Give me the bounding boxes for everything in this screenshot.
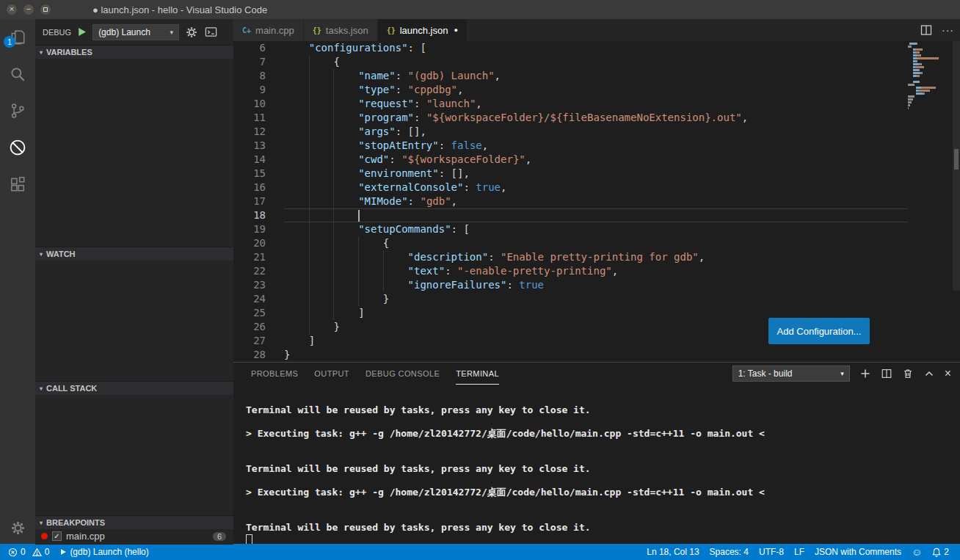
text-cursor xyxy=(358,210,360,222)
breakpoint-row[interactable]: ✓ main.cpp 6 xyxy=(35,529,233,542)
watch-section-header[interactable]: ▾ WATCH xyxy=(35,247,233,261)
code-line[interactable]: 18 xyxy=(233,208,960,222)
code-line[interactable]: 11 "program": "${workspaceFolder}/${file… xyxy=(233,111,960,125)
code-line[interactable]: 23 "ignoreFailures": true xyxy=(233,278,960,292)
start-debug-button[interactable] xyxy=(77,27,87,37)
variables-section-header[interactable]: ▾ VARIABLES xyxy=(35,46,233,59)
terminal-line xyxy=(246,451,960,463)
panel-header: PROBLEMSOUTPUTDEBUG CONSOLETERMINAL 1: T… xyxy=(233,363,960,385)
split-terminal-button[interactable] xyxy=(881,368,892,379)
notifications-bell[interactable]: 2 xyxy=(927,547,954,557)
status-bar: 0 0 (gdb) Launch (hello) Ln 18, Col 13 S… xyxy=(0,544,960,560)
editor-scrollbar[interactable] xyxy=(953,41,960,362)
panel-tab-output[interactable]: OUTPUT xyxy=(314,363,349,385)
line-number: 6 xyxy=(233,41,266,55)
code-line[interactable]: 19 "setupCommands": [ xyxy=(233,222,960,236)
json-file-icon: {} xyxy=(313,26,321,34)
kill-terminal-button[interactable] xyxy=(902,368,914,379)
code-line[interactable]: 20 { xyxy=(233,236,960,250)
terminal-line xyxy=(246,475,960,487)
terminal-content[interactable]: Terminal will be reused by tasks, press … xyxy=(233,385,960,544)
activity-source-control[interactable] xyxy=(0,92,35,129)
line-number: 21 xyxy=(233,250,266,264)
code-line[interactable]: 14 "cwd": "${workspaceFolder}", xyxy=(233,153,960,167)
terminal-line: Terminal will be reused by tasks, press … xyxy=(246,463,960,475)
settings-button[interactable] xyxy=(0,512,35,544)
tab-launch.json[interactable]: {}launch.json● xyxy=(378,19,468,41)
minimap[interactable] xyxy=(908,43,952,110)
activity-search[interactable] xyxy=(0,56,35,92)
window-minimize-button[interactable]: − xyxy=(23,4,34,15)
panel-tab-terminal[interactable]: TERMINAL xyxy=(456,363,499,385)
terminal-line: > Executing task: g++ -g /home/zl2014277… xyxy=(246,428,960,440)
code-line[interactable]: 21 "description": "Enable pretty-printin… xyxy=(233,250,960,264)
indentation-status[interactable]: Spaces: 4 xyxy=(705,547,754,557)
line-number: 27 xyxy=(233,334,266,348)
watch-body xyxy=(35,261,233,381)
problems-status[interactable]: 0 0 xyxy=(3,547,54,557)
configure-gear-button[interactable] xyxy=(185,26,198,39)
code-line[interactable]: 15 "environment": [], xyxy=(233,167,960,181)
terminal-line xyxy=(246,510,960,522)
breakpoint-dot-icon xyxy=(41,533,48,539)
tab-main.cpp[interactable]: C+main.cpp xyxy=(233,19,304,41)
panel-tab-problems[interactable]: PROBLEMS xyxy=(251,363,298,385)
maximize-panel-button[interactable] xyxy=(923,368,935,379)
activity-extensions[interactable] xyxy=(0,166,35,203)
editor-tabs: C+main.cpp{}tasks.json{}launch.json● xyxy=(233,19,468,41)
extensions-icon xyxy=(9,175,26,193)
add-configuration-button[interactable]: Add Configuration... xyxy=(768,318,870,344)
warning-icon xyxy=(32,548,42,557)
code-line[interactable]: 16 "externalConsole": true, xyxy=(233,181,960,194)
window-maximize-button[interactable] xyxy=(40,4,51,15)
cursor-position[interactable]: Ln 18, Col 13 xyxy=(641,547,704,557)
callstack-section: ▾ CALL STACK xyxy=(35,381,233,515)
language-mode[interactable]: JSON with Comments xyxy=(810,547,906,557)
code-editor[interactable]: 6 "configurations": [7 {8 "name": "(gdb)… xyxy=(233,41,960,362)
callstack-section-header[interactable]: ▾ CALL STACK xyxy=(35,382,233,395)
panel-tab-debug-console[interactable]: DEBUG CONSOLE xyxy=(366,363,440,385)
breakpoints-section-header[interactable]: ▾ BREAKPOINTS xyxy=(35,516,233,529)
explorer-badge: 1 xyxy=(4,36,15,48)
bottom-panel: PROBLEMSOUTPUTDEBUG CONSOLETERMINAL 1: T… xyxy=(233,362,960,544)
window-close-button[interactable]: × xyxy=(6,4,18,15)
line-number: 25 xyxy=(233,306,266,320)
terminal-picker[interactable]: 1: Task - build ▾ xyxy=(732,366,850,382)
tab-label: launch.json xyxy=(400,25,448,36)
line-number: 7 xyxy=(233,55,266,69)
activity-explorer[interactable]: 1 xyxy=(0,19,35,56)
encoding-status[interactable]: UTF-8 xyxy=(754,547,789,557)
error-icon xyxy=(8,548,18,557)
code-line[interactable]: 24 } xyxy=(233,292,960,306)
code-line[interactable]: 17 "MIMode": "gdb", xyxy=(233,194,960,208)
new-terminal-button[interactable] xyxy=(859,368,871,379)
split-editor-button[interactable] xyxy=(920,23,933,37)
code-line[interactable]: 28} xyxy=(233,348,960,362)
debug-console-toggle-button[interactable] xyxy=(204,25,218,39)
launch-configuration-value: (gdb) Launch xyxy=(98,27,150,37)
debug-launch-status[interactable]: (gdb) Launch (hello) xyxy=(54,547,153,557)
launch-status-label: (gdb) Launch (hello) xyxy=(70,547,148,557)
code-line[interactable]: 9 "type": "cppdbg", xyxy=(233,83,960,97)
line-number: 18 xyxy=(233,208,266,222)
code-line[interactable]: 13 "stopAtEntry": false, xyxy=(233,139,960,153)
code-line[interactable]: 8 "name": "(gdb) Launch", xyxy=(233,69,960,83)
code-line[interactable]: 10 "request": "launch", xyxy=(233,97,960,111)
play-icon xyxy=(59,548,67,556)
more-actions-button[interactable]: ··· xyxy=(942,26,954,34)
code-line[interactable]: 12 "args": [], xyxy=(233,125,960,139)
feedback-button[interactable]: ☺ xyxy=(906,546,927,558)
activity-debug[interactable] xyxy=(0,129,35,166)
close-panel-button[interactable]: × xyxy=(945,368,951,379)
code-line[interactable]: 6 "configurations": [ xyxy=(233,41,960,55)
tab-bar: C+main.cpp{}tasks.json{}launch.json● ··· xyxy=(233,19,960,41)
tab-tasks.json[interactable]: {}tasks.json xyxy=(304,19,378,41)
code-line[interactable]: 7 { xyxy=(233,55,960,69)
code-line[interactable]: 22 "text": "-enable-pretty-printing", xyxy=(233,264,960,278)
launch-configuration-dropdown[interactable]: (gdb) Launch ▾ xyxy=(92,24,179,40)
eol-status[interactable]: LF xyxy=(789,547,810,557)
breakpoint-checkbox[interactable]: ✓ xyxy=(52,531,62,541)
section-chevron-icon: ▾ xyxy=(40,520,43,526)
section-label: CALL STACK xyxy=(46,384,97,393)
terminal-line: > Executing task: g++ -g /home/zl2014277… xyxy=(246,487,960,498)
